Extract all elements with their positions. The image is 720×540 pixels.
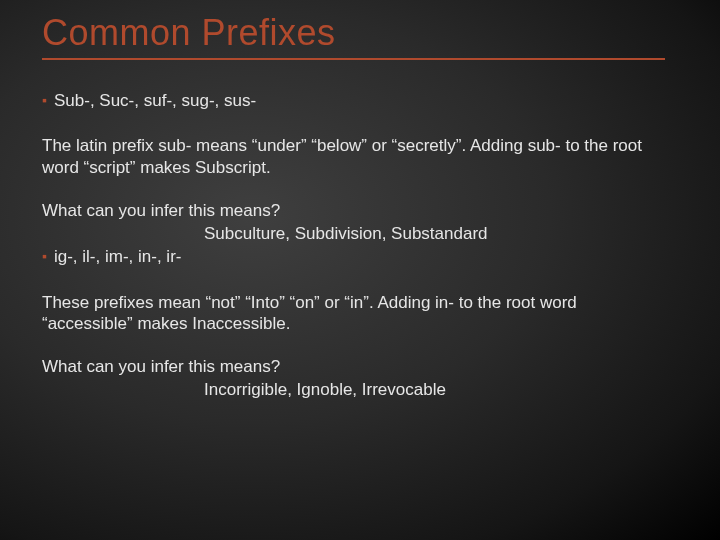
- slide-title: Common Prefixes: [42, 12, 665, 60]
- bullet-item-1: ▪ Sub-, Suc-, suf-, sug-, sus-: [42, 90, 665, 111]
- slide: Common Prefixes ▪ Sub-, Suc-, suf-, sug-…: [0, 0, 720, 540]
- infer-question-1: What can you infer this means?: [42, 200, 665, 221]
- infer-examples-1: Subculture, Subdivision, Substandard: [42, 223, 665, 244]
- infer-examples-2: Incorrigible, Ignoble, Irrevocable: [42, 379, 665, 400]
- bullet-text-1: Sub-, Suc-, suf-, sug-, sus-: [54, 90, 256, 111]
- bullet-item-2: ▪ ig-, il-, im-, in-, ir-: [42, 246, 665, 267]
- spacer: [42, 115, 665, 135]
- bullet-text-2: ig-, il-, im-, in-, ir-: [54, 246, 181, 267]
- slide-body: ▪ Sub-, Suc-, suf-, sug-, sus- The latin…: [42, 90, 665, 401]
- paragraph-2: These prefixes mean “not” “Into” “on” or…: [42, 292, 665, 335]
- paragraph-1: The latin prefix sub- means “under” “bel…: [42, 135, 665, 178]
- bullet-icon: ▪: [42, 248, 47, 266]
- spacer: [42, 272, 665, 292]
- spacer: [42, 336, 665, 356]
- infer-question-2: What can you infer this means?: [42, 356, 665, 377]
- bullet-icon: ▪: [42, 92, 47, 110]
- spacer: [42, 180, 665, 200]
